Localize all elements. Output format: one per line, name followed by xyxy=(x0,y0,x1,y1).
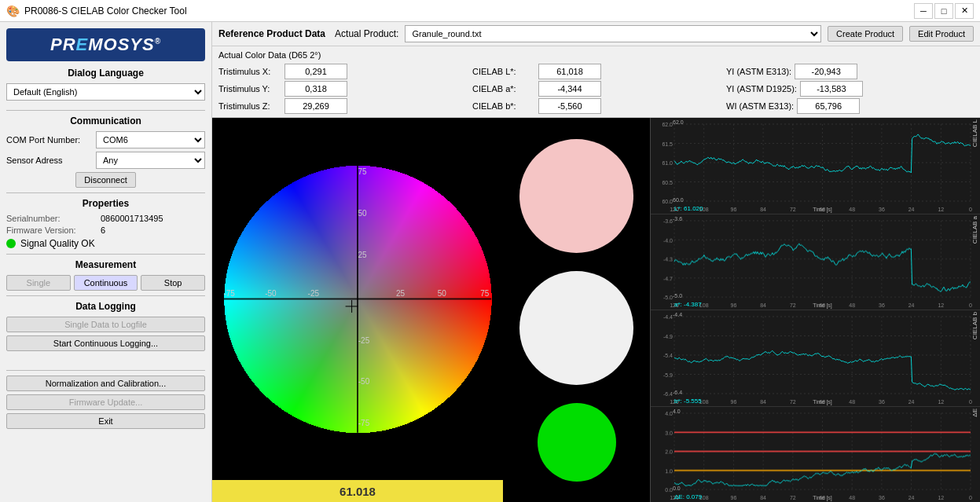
tristimulus-y-input[interactable] xyxy=(284,81,347,97)
maximize-button[interactable]: □ xyxy=(934,3,953,19)
de-chart-canvas xyxy=(651,407,980,503)
b-chart-axis-label: CIELAB b xyxy=(971,312,978,339)
disconnect-button[interactable]: Disconnect xyxy=(75,172,135,188)
serial-label: Serialnumber: xyxy=(6,214,101,223)
window-title: PR0086-S CIELAB Color Checker Tool xyxy=(24,5,187,16)
single-log-button[interactable]: Single Data to Logfile xyxy=(6,317,205,332)
firmware-update-button[interactable]: Firmware Update... xyxy=(6,394,205,410)
sensor-address-label: Sensor Adress xyxy=(6,156,93,165)
b-chart: -4.4 -6.4 CIELAB b b*: -5.555 xyxy=(651,310,980,407)
language-select[interactable]: Default (English) xyxy=(6,83,205,101)
cielab-a-label: CIELAB a*: xyxy=(472,84,535,93)
yi-d1925-input[interactable] xyxy=(800,81,863,97)
actual-product-label: Actual Product: xyxy=(335,28,398,39)
yi-e313-label: YI (ASTM E313): xyxy=(726,67,791,76)
logo-area: PREMOSYS® xyxy=(6,28,205,61)
start-log-button[interactable]: Start Continuous Logging... xyxy=(6,335,205,351)
cielab-b-input[interactable] xyxy=(538,98,601,114)
minimize-button[interactable]: ─ xyxy=(914,3,933,19)
close-button[interactable]: ✕ xyxy=(955,3,974,19)
continuous-button[interactable]: Continuous xyxy=(74,275,138,291)
cielab-l-input[interactable] xyxy=(538,64,601,79)
com-port-select[interactable]: COM6 xyxy=(96,131,205,148)
de-chart-axis-label: ΔE xyxy=(971,409,978,417)
exit-button[interactable]: Exit xyxy=(6,413,205,429)
a-chart: -3.6 -5.0 CIELAB a a*: -4.387 xyxy=(651,214,980,311)
top-patch xyxy=(519,139,633,253)
edit-product-button[interactable]: Edit Product xyxy=(909,26,974,42)
a-chart-max-label: -3.6 xyxy=(673,216,682,222)
a-chart-axis-label: CIELAB a xyxy=(971,216,978,244)
color-wheel-canvas xyxy=(212,118,503,480)
tristimulus-x-input[interactable] xyxy=(284,64,347,79)
bottom-value: 61.018 xyxy=(340,485,376,498)
bottom-value-bar: 61.018 xyxy=(212,480,503,502)
content-area: Reference Product Data Actual Product: G… xyxy=(212,22,980,502)
left-panel: PREMOSYS® Dialog Language Default (Engli… xyxy=(0,22,212,502)
dialog-language-title: Dialog Language xyxy=(6,68,205,79)
firmware-value: 6 xyxy=(101,225,105,235)
logo: PREMOSYS® xyxy=(50,35,161,55)
serial-value: 0860001713495 xyxy=(101,214,163,223)
charts-panel: 62.0 60.0 CIELAB L L*: 61.020 -3.6 -5.0 … xyxy=(650,118,980,502)
de-chart: 4.0 0.0 ΔE ΔE: 0.079 xyxy=(651,407,980,503)
title-bar: 🎨 PR0086-S CIELAB Color Checker Tool ─ □… xyxy=(0,0,980,22)
data-logging-title: Data Logging xyxy=(6,301,205,312)
l-chart-min-label: 60.0 xyxy=(673,197,684,203)
de-chart-min-label: 0.0 xyxy=(673,486,681,491)
tristimulus-y-label: Tristimulus Y: xyxy=(218,84,281,93)
stop-button[interactable]: Stop xyxy=(141,275,205,291)
l-chart-value: L*: 61.020 xyxy=(674,205,703,212)
b-chart-canvas xyxy=(651,310,980,406)
signal-label: Signal Quality OK xyxy=(20,238,95,249)
wi-e313-label: WI (ASTM E313): xyxy=(726,101,794,111)
l-chart: 62.0 60.0 CIELAB L L*: 61.020 xyxy=(651,118,980,214)
l-chart-max-label: 62.0 xyxy=(673,119,684,125)
measurement-title: Measurement xyxy=(6,259,205,270)
cielab-l-label: CIELAB L*: xyxy=(472,67,535,76)
reference-bar: Reference Product Data Actual Product: G… xyxy=(212,22,980,46)
color-wheel-panel: 61.018 xyxy=(212,118,503,502)
de-chart-max-label: 4.0 xyxy=(673,409,681,414)
a-chart-canvas xyxy=(651,214,980,310)
middle-patch xyxy=(519,271,633,385)
normalization-button[interactable]: Normalization and Calibration... xyxy=(6,376,205,391)
app-icon: 🎨 xyxy=(6,5,20,17)
color-data-title: Actual Color Data (D65 2°) xyxy=(218,50,321,60)
de-chart-value: ΔE: 0.079 xyxy=(674,493,702,500)
cielab-a-input[interactable] xyxy=(538,81,601,97)
sample-patches-panel xyxy=(503,118,650,502)
cielab-b-label: CIELAB b*: xyxy=(472,101,535,111)
single-button[interactable]: Single xyxy=(6,275,71,291)
sensor-address-select[interactable]: Any xyxy=(96,152,205,169)
l-chart-axis-label: CIELAB L xyxy=(971,119,978,147)
properties-title: Properties xyxy=(6,198,205,209)
communication-title: Communication xyxy=(6,115,205,126)
yi-e313-input[interactable] xyxy=(795,64,857,79)
a-chart-value: a*: -4.387 xyxy=(674,301,702,308)
bottom-patch xyxy=(538,403,616,482)
firmware-label: Firmware Version: xyxy=(6,225,101,235)
com-port-label: COM Port Number: xyxy=(6,135,93,145)
b-chart-min-label: -6.4 xyxy=(673,390,682,395)
yi-d1925-label: YI (ASTM D1925): xyxy=(726,84,797,93)
b-chart-max-label: -4.4 xyxy=(673,312,682,317)
a-chart-min-label: -5.0 xyxy=(673,293,682,299)
tristimulus-x-label: Tristimulus X: xyxy=(218,67,281,76)
wi-e313-input[interactable] xyxy=(797,98,860,114)
reference-title: Reference Product Data xyxy=(218,28,325,39)
l-chart-canvas xyxy=(651,118,980,214)
tristimulus-z-label: Tristimulus Z: xyxy=(218,101,281,111)
signal-dot xyxy=(6,239,16,248)
create-product-button[interactable]: Create Product xyxy=(828,26,903,42)
actual-product-select[interactable]: Granule_round.txt xyxy=(405,25,821,42)
tristimulus-z-input[interactable] xyxy=(284,98,347,114)
b-chart-value: b*: -5.555 xyxy=(674,398,702,405)
